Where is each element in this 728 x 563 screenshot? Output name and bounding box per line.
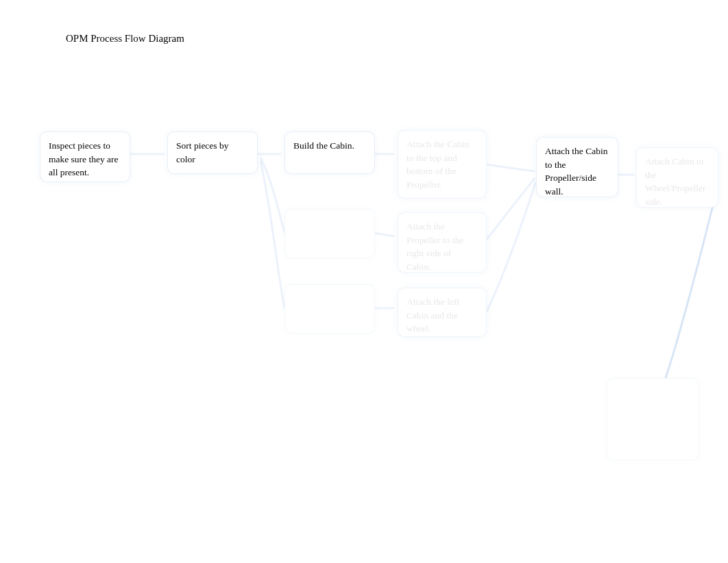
node-inspect: Inspect pieces to make sure they are all… bbox=[40, 132, 130, 182]
node-attach-r2-text: Attach the Propeller to the right side o… bbox=[407, 221, 463, 272]
node-bottom-right bbox=[607, 378, 699, 460]
node-build-cabin: Build the Cabin. bbox=[284, 132, 375, 174]
node-attach-r3: Attach the left Cabin and the wheel. bbox=[398, 288, 487, 337]
node-build-cabin-text: Build the Cabin. bbox=[293, 140, 354, 151]
node-attach-cabin-propeller-text: Attach the Cabin to the Propeller/side w… bbox=[545, 146, 607, 197]
node-build-mid2 bbox=[284, 284, 375, 334]
connectors bbox=[0, 0, 728, 563]
node-sort: Sort pieces by color bbox=[167, 132, 258, 174]
node-far-right: Attach Cabin to the Wheel/Propeller side… bbox=[636, 147, 718, 208]
node-attach-r1: Attach the Cabin to the top and bottom o… bbox=[398, 130, 487, 199]
node-attach-r2: Attach the Propeller to the right side o… bbox=[398, 212, 487, 273]
node-sort-text: Sort pieces by color bbox=[176, 140, 229, 164]
node-build-mid1 bbox=[284, 209, 375, 258]
node-attach-r1-text: Attach the Cabin to the top and bottom o… bbox=[407, 139, 469, 190]
node-attach-r3-text: Attach the left Cabin and the wheel. bbox=[407, 297, 459, 334]
node-attach-cabin-propeller: Attach the Cabin to the Propeller/side w… bbox=[536, 137, 618, 197]
page-title: OPM Process Flow Diagram bbox=[66, 33, 184, 45]
node-far-right-text: Attach Cabin to the Wheel/Propeller side… bbox=[645, 156, 705, 207]
node-inspect-text: Inspect pieces to make sure they are all… bbox=[49, 140, 119, 177]
